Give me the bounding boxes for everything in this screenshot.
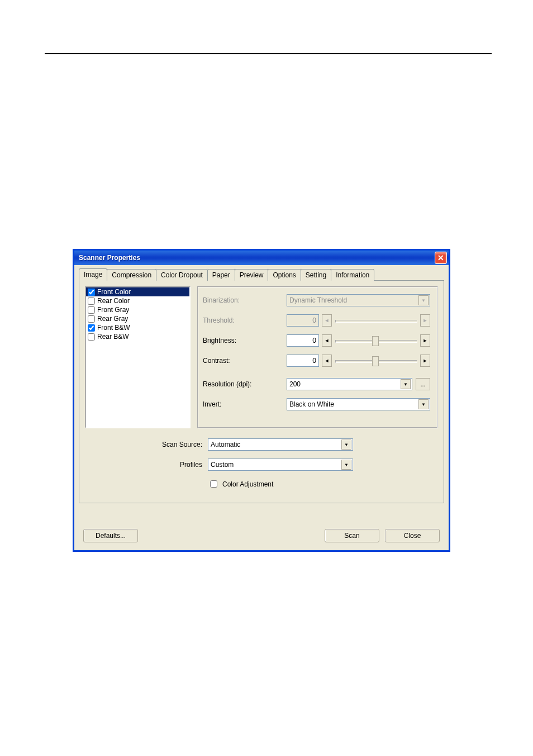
chevron-down-icon[interactable]: ▼ xyxy=(401,379,411,389)
close-icon[interactable]: ✕ xyxy=(435,252,447,264)
row-scan-source: Scan Source: Automatic ▼ xyxy=(85,438,438,451)
checkbox-rear-bw[interactable] xyxy=(88,333,95,341)
threshold-slider xyxy=(335,315,417,326)
checkbox-front-color[interactable] xyxy=(88,289,95,296)
tab-options[interactable]: Options xyxy=(268,269,301,281)
label-invert: Invert: xyxy=(203,400,287,408)
row-brightness: Brightness: 0 ◄ ► xyxy=(203,334,430,347)
checkbox-rear-gray[interactable] xyxy=(88,315,95,323)
titlebar: Scanner Properties ✕ xyxy=(74,251,449,265)
row-color-adjustment: Color Adjustment xyxy=(85,479,438,489)
label-profiles: Profiles xyxy=(85,461,208,469)
threshold-increment: ► xyxy=(420,314,430,327)
tab-compression[interactable]: Compression xyxy=(107,269,156,281)
binarization-combo: Dynamic Threshold ▼ xyxy=(287,294,430,306)
brightness-value[interactable]: 0 xyxy=(287,334,319,347)
color-adjustment-checkbox[interactable] xyxy=(210,480,217,488)
defaults-button[interactable]: Defaults... xyxy=(83,529,138,542)
profiles-combo[interactable]: Custom ▼ xyxy=(208,459,353,471)
tab-image[interactable]: Image xyxy=(79,268,107,281)
scan-button[interactable]: Scan xyxy=(325,529,379,542)
label-binarization: Binarization: xyxy=(203,296,287,304)
brightness-decrement[interactable]: ◄ xyxy=(322,334,332,347)
row-binarization: Binarization: Dynamic Threshold ▼ xyxy=(203,294,430,306)
list-item-rear-bw[interactable]: Rear B&W xyxy=(86,332,189,341)
page-divider xyxy=(45,53,492,54)
chevron-down-icon[interactable]: ▼ xyxy=(341,440,351,450)
row-invert: Invert: Black on White ▼ xyxy=(203,398,430,410)
list-item-front-gray[interactable]: Front Gray xyxy=(86,305,189,314)
invert-combo[interactable]: Black on White ▼ xyxy=(287,398,430,410)
list-item-rear-color[interactable]: Rear Color xyxy=(86,296,189,305)
label-contrast: Contrast: xyxy=(203,357,287,365)
brightness-increment[interactable]: ► xyxy=(420,334,430,347)
row-resolution: Resolution (dpi): 200 ▼ ... xyxy=(203,378,430,390)
tab-preview[interactable]: Preview xyxy=(235,269,269,281)
contrast-slider[interactable] xyxy=(335,355,417,366)
close-button[interactable]: Close xyxy=(385,529,440,542)
chevron-down-icon[interactable]: ▼ xyxy=(418,399,429,409)
footer: Defaults... Scan Close xyxy=(79,526,444,545)
threshold-decrement: ◄ xyxy=(322,314,332,327)
label-scan-source: Scan Source: xyxy=(85,441,208,448)
contrast-value[interactable]: 0 xyxy=(287,355,319,367)
image-selection-list[interactable]: Front Color Rear Color Front Gray Rear G… xyxy=(85,286,191,428)
window-title: Scanner Properties xyxy=(79,254,140,262)
tab-paper[interactable]: Paper xyxy=(207,269,235,281)
row-threshold: Threshold: 0 ◄ ► xyxy=(203,314,430,327)
label-brightness: Brightness: xyxy=(203,337,287,344)
settings-panel: Binarization: Dynamic Threshold ▼ Thresh… xyxy=(197,286,438,428)
chevron-down-icon: ▼ xyxy=(418,295,429,305)
label-color-adjustment: Color Adjustment xyxy=(222,480,273,488)
tab-setting[interactable]: Setting xyxy=(301,269,331,281)
row-contrast: Contrast: 0 ◄ ► xyxy=(203,355,430,367)
tab-color-dropout[interactable]: Color Dropout xyxy=(156,269,208,281)
resolution-more-button[interactable]: ... xyxy=(416,378,430,390)
contrast-increment[interactable]: ► xyxy=(420,355,430,367)
brightness-slider[interactable] xyxy=(335,335,417,346)
slider-thumb[interactable] xyxy=(372,356,379,366)
row-profiles: Profiles Custom ▼ xyxy=(85,459,438,471)
slider-thumb[interactable] xyxy=(372,336,379,346)
contrast-decrement[interactable]: ◄ xyxy=(322,355,332,367)
checkbox-front-gray[interactable] xyxy=(88,306,95,314)
resolution-combo[interactable]: 200 ▼ xyxy=(287,378,412,390)
image-tab-panel: Front Color Rear Color Front Gray Rear G… xyxy=(79,280,444,503)
scan-source-combo[interactable]: Automatic ▼ xyxy=(208,438,353,451)
list-item-front-color[interactable]: Front Color xyxy=(86,287,189,296)
threshold-value: 0 xyxy=(287,314,319,327)
lower-section: Scan Source: Automatic ▼ Profiles Custom… xyxy=(85,438,438,489)
chevron-down-icon[interactable]: ▼ xyxy=(341,460,351,470)
checkbox-front-bw[interactable] xyxy=(88,324,95,332)
list-item-front-bw[interactable]: Front B&W xyxy=(86,323,189,332)
client-area: Image Compression Color Dropout Paper Pr… xyxy=(74,265,449,550)
top-row: Front Color Rear Color Front Gray Rear G… xyxy=(85,286,438,428)
label-resolution: Resolution (dpi): xyxy=(203,380,287,388)
list-item-rear-gray[interactable]: Rear Gray xyxy=(86,314,189,323)
tab-strip: Image Compression Color Dropout Paper Pr… xyxy=(79,268,444,281)
scanner-properties-window: Scanner Properties ✕ Image Compression C… xyxy=(73,249,450,552)
tab-information[interactable]: Information xyxy=(331,269,374,281)
label-threshold: Threshold: xyxy=(203,316,287,324)
checkbox-rear-color[interactable] xyxy=(88,297,95,305)
